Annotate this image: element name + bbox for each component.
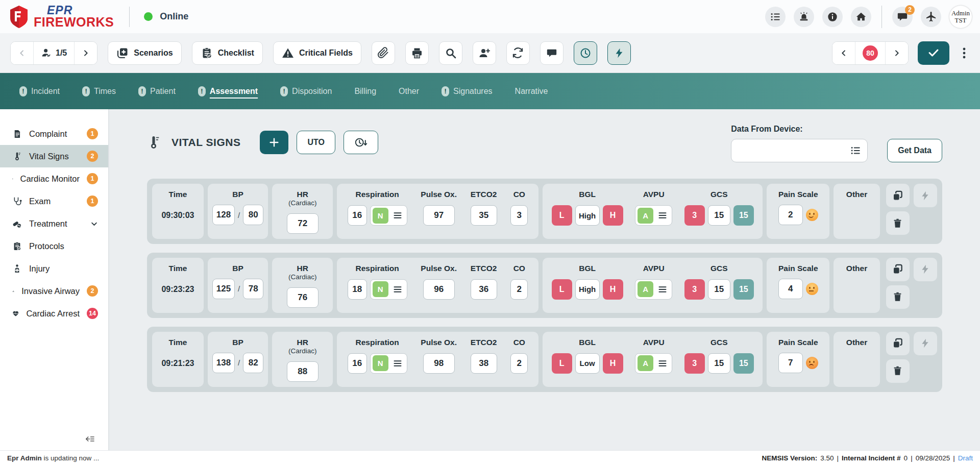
- pulse-ox-input[interactable]: 98: [423, 353, 455, 374]
- list-button[interactable]: [765, 7, 786, 27]
- sidebar-item-complaint[interactable]: Complaint 1: [0, 123, 108, 145]
- tab-disposition[interactable]: !Disposition: [280, 83, 332, 100]
- critical-fields-button[interactable]: Critical Fields: [273, 41, 361, 65]
- get-data-button[interactable]: Get Data: [887, 139, 942, 162]
- tab-incident[interactable]: !Incident: [19, 83, 60, 100]
- copy-row-button[interactable]: [886, 258, 910, 281]
- other-cell[interactable]: Other: [834, 332, 880, 387]
- pain-scale-input[interactable]: 4: [778, 279, 803, 299]
- time-cell[interactable]: Time 09:23:23: [152, 258, 204, 313]
- etco2-input[interactable]: 38: [471, 353, 497, 374]
- list-select-icon[interactable]: [850, 145, 861, 156]
- respiration-input[interactable]: 18: [348, 279, 367, 300]
- pulse-ox-input[interactable]: 97: [423, 205, 455, 226]
- add-vitals-button[interactable]: [260, 131, 288, 154]
- bp-diastolic-input[interactable]: 82: [243, 353, 263, 373]
- avpu-select[interactable]: A: [635, 205, 672, 226]
- sidebar-item-vital-signs[interactable]: Vital Signs 2: [0, 145, 108, 167]
- sidebar-item-exam[interactable]: Exam 1: [0, 190, 108, 212]
- quick-fill-button[interactable]: [914, 258, 937, 281]
- home-button[interactable]: [851, 7, 871, 27]
- gcs-total-button[interactable]: 15: [733, 205, 754, 226]
- respiration-input[interactable]: 16: [348, 353, 367, 374]
- sidebar-item-cardiac-monitor[interactable]: Cardiac Monitor 1: [0, 167, 108, 190]
- record-next-button[interactable]: [886, 42, 908, 64]
- other-cell[interactable]: Other: [834, 258, 880, 313]
- respiration-quality-select[interactable]: N: [370, 279, 407, 300]
- delete-row-button[interactable]: [886, 359, 910, 383]
- tab-assessment[interactable]: !Assessment: [198, 83, 258, 100]
- pulse-ox-input[interactable]: 96: [423, 279, 455, 300]
- copy-row-button[interactable]: [886, 332, 910, 355]
- bgl-high-button[interactable]: H: [603, 353, 623, 374]
- gcs-input[interactable]: 15: [708, 279, 730, 300]
- respiration-quality-select[interactable]: N: [370, 353, 407, 374]
- bgl-input[interactable]: Low: [575, 353, 600, 374]
- quick-actions-toggle[interactable]: [607, 41, 631, 65]
- info-button[interactable]: [822, 7, 843, 27]
- user-avatar[interactable]: Admin TST: [949, 6, 972, 28]
- avpu-select[interactable]: A: [635, 279, 672, 300]
- messages-button[interactable]: 2: [892, 7, 913, 27]
- time-sort-button[interactable]: [344, 131, 378, 154]
- validate-button[interactable]: [918, 41, 949, 65]
- bgl-input[interactable]: High: [575, 205, 600, 226]
- tab-narrative[interactable]: Narrative: [515, 84, 548, 99]
- tab-signatures[interactable]: !Signatures: [442, 83, 493, 100]
- scenarios-button[interactable]: Scenarios: [108, 41, 181, 65]
- bp-systolic-input[interactable]: 128: [212, 205, 235, 225]
- copy-row-button[interactable]: [886, 184, 910, 207]
- bp-diastolic-input[interactable]: 80: [243, 205, 263, 225]
- pain-scale-input[interactable]: 7: [778, 353, 803, 373]
- bgl-high-button[interactable]: H: [603, 205, 623, 226]
- record-prev-button[interactable]: [832, 42, 855, 64]
- co-input[interactable]: 2: [510, 353, 528, 374]
- sidebar-item-treatment[interactable]: Treatment: [0, 212, 108, 235]
- bgl-low-button[interactable]: L: [552, 279, 572, 300]
- quick-fill-button[interactable]: [914, 332, 937, 355]
- gcs-min-button[interactable]: 3: [684, 205, 705, 226]
- sidebar-item-injury[interactable]: Injury: [0, 257, 108, 280]
- print-button[interactable]: [405, 41, 429, 65]
- hr-input[interactable]: 72: [287, 213, 318, 234]
- gcs-min-button[interactable]: 3: [684, 353, 705, 374]
- patient-next-button[interactable]: [75, 42, 97, 64]
- quick-fill-button[interactable]: [914, 184, 937, 207]
- more-options-button[interactable]: [959, 45, 970, 61]
- co-input[interactable]: 2: [510, 279, 528, 300]
- respiration-input[interactable]: 16: [348, 205, 367, 226]
- sidebar-item-invasive-airway[interactable]: Invasive Airway 2: [0, 280, 108, 302]
- add-patient-button[interactable]: [473, 41, 496, 65]
- bgl-high-button[interactable]: H: [603, 279, 623, 300]
- siren-button[interactable]: [794, 7, 814, 27]
- brand-logo[interactable]: EPR FIREWORKS: [8, 5, 114, 29]
- etco2-input[interactable]: 36: [471, 279, 497, 300]
- time-cell[interactable]: Time 09:21:23: [152, 332, 204, 387]
- etco2-input[interactable]: 35: [471, 205, 497, 226]
- time-cell[interactable]: Time 09:30:03: [152, 184, 204, 239]
- hr-input[interactable]: 88: [287, 361, 318, 382]
- delete-row-button[interactable]: [886, 211, 910, 235]
- hr-input[interactable]: 76: [287, 287, 318, 308]
- bp-systolic-input[interactable]: 125: [212, 279, 235, 299]
- tab-other[interactable]: Other: [399, 84, 419, 99]
- tab-patient[interactable]: !Patient: [138, 83, 176, 100]
- search-button[interactable]: [439, 41, 462, 65]
- bgl-low-button[interactable]: L: [552, 353, 572, 374]
- sidebar-item-protocols[interactable]: Protocols: [0, 235, 108, 257]
- sidebar-item-cardiac-arrest[interactable]: Cardiac Arrest 14: [0, 302, 108, 325]
- patient-prev-button[interactable]: [11, 42, 34, 64]
- tab-times[interactable]: !Times: [82, 83, 116, 100]
- bp-diastolic-input[interactable]: 78: [243, 279, 263, 299]
- other-cell[interactable]: Other: [834, 184, 880, 239]
- pain-scale-input[interactable]: 2: [778, 205, 803, 225]
- uto-button[interactable]: UTO: [297, 131, 335, 154]
- flight-mode-button[interactable]: [921, 7, 941, 27]
- comments-button[interactable]: [540, 41, 564, 65]
- gcs-total-button[interactable]: 15: [733, 353, 754, 374]
- time-sync-toggle[interactable]: [574, 41, 597, 65]
- gcs-input[interactable]: 15: [708, 205, 730, 226]
- collapse-sidebar-button[interactable]: [85, 435, 95, 443]
- attachments-button[interactable]: [372, 41, 395, 65]
- bgl-input[interactable]: High: [575, 279, 600, 300]
